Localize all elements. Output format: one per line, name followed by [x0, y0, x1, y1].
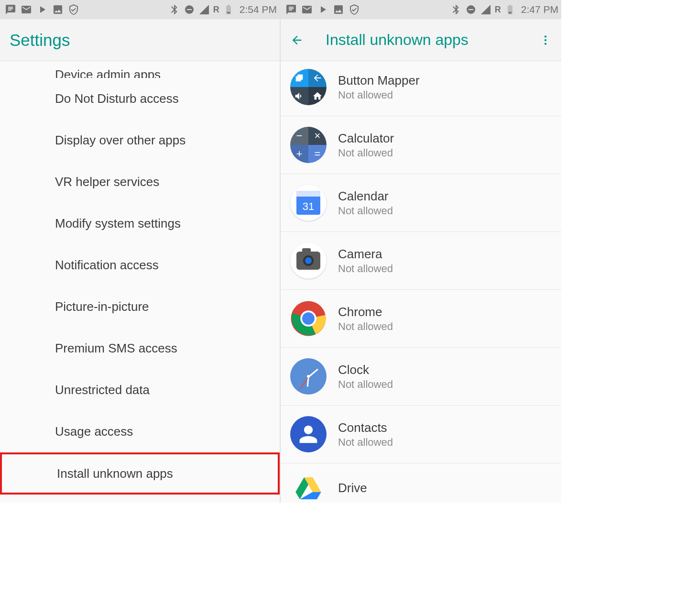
settings-item-install-unknown[interactable]: Install unknown apps	[2, 454, 278, 493]
app-name: Contacts	[338, 420, 393, 435]
status-bar-left: R 2:54 PM	[0, 0, 280, 19]
app-row-calculator[interactable]: −×+= Calculator Not allowed	[281, 116, 561, 174]
bluetooth-icon	[169, 4, 180, 15]
calendar-icon: 31	[290, 185, 327, 221]
notification-icon	[285, 4, 297, 15]
clock-icon	[290, 358, 327, 395]
app-row-clock[interactable]: Clock Not allowed	[281, 348, 561, 406]
app-status: Not allowed	[338, 89, 420, 101]
drive-icon	[290, 474, 327, 503]
svg-point-6	[545, 43, 546, 44]
gallery-icon	[333, 4, 344, 15]
status-time: 2:54 PM	[240, 4, 277, 15]
page-title: Settings	[10, 31, 70, 50]
button-mapper-icon	[290, 69, 327, 105]
battery-icon	[223, 4, 234, 15]
svg-point-5	[545, 39, 546, 41]
app-status: Not allowed	[338, 205, 393, 217]
app-name: Clock	[338, 363, 393, 377]
app-row-camera[interactable]: Camera Not allowed	[281, 232, 561, 290]
app-row-chrome[interactable]: Chrome Not allowed	[281, 290, 561, 348]
back-icon[interactable]	[290, 33, 304, 47]
play-store-icon	[317, 4, 328, 15]
app-name: Drive	[338, 481, 367, 495]
battery-icon	[504, 4, 516, 15]
status-bar-right: R 2:47 PM	[281, 0, 561, 19]
camera-icon	[290, 242, 327, 279]
app-bar-settings: Settings	[0, 19, 280, 61]
roaming-indicator: R	[213, 5, 219, 15]
app-status: Not allowed	[338, 263, 393, 275]
settings-item-install-unknown-highlight: Install unknown apps	[0, 452, 280, 495]
svg-point-4	[545, 35, 546, 37]
svg-point-9	[302, 312, 315, 325]
shield-icon	[349, 4, 360, 15]
app-status: Not allowed	[338, 320, 393, 333]
calculator-icon: −×+=	[290, 127, 327, 163]
bluetooth-icon	[450, 4, 462, 15]
status-time: 2:47 PM	[521, 4, 558, 15]
contacts-icon	[290, 416, 327, 452]
app-row-calendar[interactable]: 31 Calendar Not allowed	[281, 174, 561, 232]
chrome-icon	[290, 300, 327, 337]
play-store-icon	[36, 4, 48, 15]
app-name: Chrome	[338, 305, 393, 319]
phone-left: R 2:54 PM Settings Device admin apps Do …	[0, 0, 281, 503]
settings-item-dnd-access[interactable]: Do Not Disturb access	[0, 78, 280, 120]
shield-icon	[68, 4, 79, 15]
gallery-icon	[52, 4, 64, 15]
app-row-drive[interactable]: Drive	[281, 463, 561, 503]
dnd-icon	[465, 4, 477, 15]
settings-item-notification-access[interactable]: Notification access	[0, 244, 280, 286]
settings-item-partial[interactable]: Device admin apps	[0, 61, 280, 78]
settings-item-modify-system[interactable]: Modify system settings	[0, 203, 280, 244]
notification-icon	[5, 4, 16, 15]
svg-rect-3	[469, 9, 473, 10]
settings-item-pip[interactable]: Picture-in-picture	[0, 286, 280, 328]
app-name: Camera	[338, 247, 393, 262]
app-name: Calendar	[338, 189, 393, 204]
settings-item-display-over[interactable]: Display over other apps	[0, 120, 280, 161]
phone-right: R 2:47 PM Install unknown apps	[281, 0, 561, 503]
app-status: Not allowed	[338, 147, 394, 159]
signal-icon	[198, 4, 210, 15]
gmail-icon	[301, 4, 313, 15]
more-icon[interactable]	[539, 34, 552, 46]
app-status: Not allowed	[338, 378, 393, 391]
app-name: Button Mapper	[338, 73, 420, 88]
app-name: Calculator	[338, 131, 394, 146]
gmail-icon	[21, 4, 32, 15]
app-list-scroll-area[interactable]: Button Mapper Not allowed −×+= Calculato…	[281, 61, 561, 503]
dnd-icon	[184, 4, 195, 15]
roaming-indicator: R	[495, 5, 501, 15]
settings-item-vr-helper[interactable]: VR helper services	[0, 161, 280, 203]
settings-scroll-area[interactable]: Device admin apps Do Not Disturb access …	[0, 61, 280, 503]
settings-item-unrestricted-data[interactable]: Unrestricted data	[0, 369, 280, 411]
page-title: Install unknown apps	[326, 31, 539, 49]
signal-icon	[480, 4, 491, 15]
app-row-contacts[interactable]: Contacts Not allowed	[281, 406, 561, 463]
svg-rect-1	[187, 9, 192, 10]
app-status: Not allowed	[338, 436, 393, 449]
settings-item-premium-sms[interactable]: Premium SMS access	[0, 328, 280, 369]
app-row-button-mapper[interactable]: Button Mapper Not allowed	[281, 61, 561, 116]
app-bar-install-unknown: Install unknown apps	[281, 19, 561, 61]
settings-item-usage-access[interactable]: Usage access	[0, 411, 280, 452]
